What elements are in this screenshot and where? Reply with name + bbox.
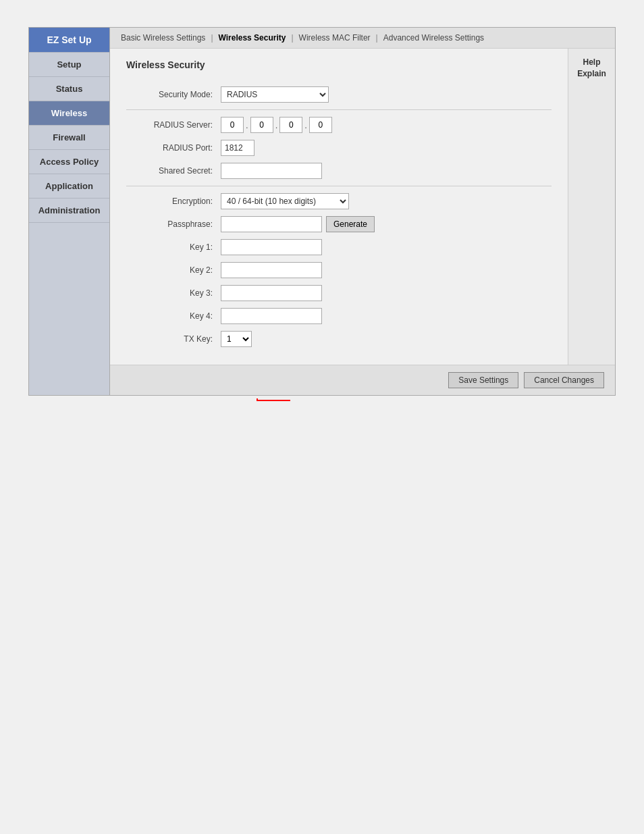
- security-mode-label: Security Mode:: [126, 90, 221, 99]
- security-mode-select[interactable]: Disabled WEP WPA Personal WPA2 Personal …: [221, 86, 329, 103]
- form-panel: Wireless Security Security Mode: Disable…: [110, 49, 568, 365]
- nav-wireless-security[interactable]: Wireless Security: [219, 33, 286, 43]
- radius-port-input[interactable]: [221, 140, 254, 156]
- key2-label: Key 2:: [126, 265, 221, 275]
- encryption-select[interactable]: 40 / 64-bit (10 hex digits) 104 / 128-bi…: [221, 193, 349, 209]
- passphrase-row: Passphrase: Generate: [126, 216, 552, 232]
- radius-dot-1: .: [245, 120, 249, 130]
- radius-dot-2: .: [275, 120, 279, 130]
- sidebar-item-access-policy[interactable]: Access Policy: [29, 150, 109, 174]
- router-ui: EZ Set Up Setup Status Wireless Firewall…: [28, 27, 616, 396]
- security-mode-row: Security Mode: Disabled WEP WPA Personal…: [126, 86, 552, 103]
- help-line2[interactable]: Explain: [577, 69, 606, 78]
- nav-wireless-mac-filter[interactable]: Wireless MAC Filter: [299, 33, 371, 43]
- radius-octet-1[interactable]: [221, 117, 244, 133]
- content-area: Wireless Security Security Mode: Disable…: [110, 49, 615, 365]
- sidebar-item-firewall[interactable]: Firewall: [29, 126, 109, 150]
- help-panel: Help Explain: [568, 49, 615, 365]
- section-title: Wireless Security: [126, 59, 552, 76]
- key2-row: Key 2:: [126, 262, 552, 278]
- divider-1: [126, 109, 552, 110]
- passphrase-input[interactable]: [221, 216, 322, 232]
- radius-dot-3: .: [304, 120, 308, 130]
- sidebar-item-setup[interactable]: Setup: [29, 53, 109, 77]
- key3-row: Key 3:: [126, 285, 552, 301]
- key4-input[interactable]: [221, 308, 322, 324]
- encryption-row: Encryption: 40 / 64-bit (10 hex digits) …: [126, 193, 552, 209]
- txkey-label: TX Key:: [126, 334, 221, 344]
- nav-sep-2: |: [291, 33, 293, 43]
- nav-sep-1: |: [211, 33, 213, 43]
- txkey-select[interactable]: 1 2 3 4: [221, 331, 252, 347]
- passphrase-label: Passphrase:: [126, 219, 221, 229]
- nav-sep-3: |: [376, 33, 378, 43]
- radius-octet-2[interactable]: [250, 117, 273, 133]
- radius-octet-3[interactable]: [279, 117, 302, 133]
- nav-advanced-wireless[interactable]: Advanced Wireless Settings: [383, 33, 484, 43]
- radius-port-row: RADIUS Port:: [126, 140, 552, 156]
- sidebar-item-application[interactable]: Application: [29, 174, 109, 199]
- sidebar-item-status[interactable]: Status: [29, 77, 109, 101]
- sidebar-item-wireless[interactable]: Wireless: [29, 101, 109, 126]
- key4-label: Key 4:: [126, 311, 221, 321]
- key1-row: Key 1:: [126, 239, 552, 255]
- shared-secret-input[interactable]: [221, 163, 322, 179]
- main-content: Basic Wireless Settings | Wireless Secur…: [110, 28, 615, 395]
- radius-port-label: RADIUS Port:: [126, 143, 221, 153]
- red-indicator: [257, 398, 290, 401]
- shared-secret-row: Shared Secret:: [126, 163, 552, 179]
- bottom-bar: Save Settings Cancel Changes: [110, 365, 615, 395]
- sidebar-item-administration[interactable]: Administration: [29, 199, 109, 223]
- top-nav: Basic Wireless Settings | Wireless Secur…: [110, 28, 615, 49]
- key4-row: Key 4:: [126, 308, 552, 324]
- radius-server-row: RADIUS Server: . . .: [126, 117, 552, 133]
- encryption-label: Encryption:: [126, 197, 221, 206]
- radius-server-label: RADIUS Server:: [126, 120, 221, 130]
- txkey-row: TX Key: 1 2 3 4: [126, 331, 552, 347]
- cancel-changes-button[interactable]: Cancel Changes: [524, 372, 604, 388]
- sidebar-item-ez-setup[interactable]: EZ Set Up: [29, 28, 109, 53]
- key2-input[interactable]: [221, 262, 322, 278]
- radius-server-inputs: . . .: [221, 117, 332, 133]
- divider-2: [126, 186, 552, 186]
- key3-input[interactable]: [221, 285, 322, 301]
- nav-basic-wireless[interactable]: Basic Wireless Settings: [121, 33, 205, 43]
- help-line1[interactable]: Help: [583, 57, 600, 67]
- save-settings-button[interactable]: Save Settings: [448, 372, 518, 388]
- shared-secret-label: Shared Secret:: [126, 166, 221, 176]
- key3-label: Key 3:: [126, 288, 221, 298]
- encryption-controls: 40 / 64-bit (10 hex digits) 104 / 128-bi…: [221, 193, 349, 209]
- key1-input[interactable]: [221, 239, 322, 255]
- sidebar: EZ Set Up Setup Status Wireless Firewall…: [29, 28, 110, 395]
- help-text: Help Explain: [577, 57, 606, 80]
- key1-label: Key 1:: [126, 242, 221, 252]
- generate-button[interactable]: Generate: [326, 216, 375, 232]
- radius-octet-4[interactable]: [309, 117, 332, 133]
